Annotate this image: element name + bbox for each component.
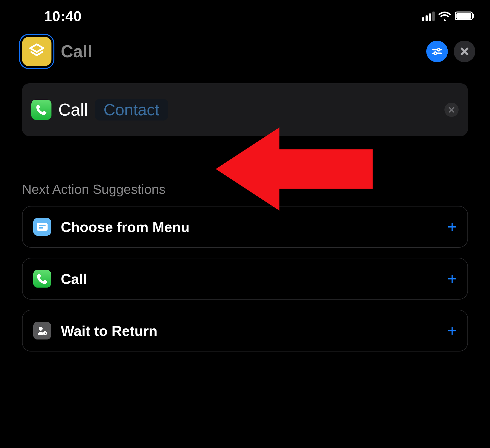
cellular-signal-icon	[422, 11, 435, 21]
settings-button[interactable]	[426, 41, 448, 62]
status-bar: 10:40	[0, 0, 490, 27]
suggestions-heading: Next Action Suggestions	[22, 182, 468, 197]
next-action-suggestions: Next Action Suggestions Choose from Menu…	[0, 136, 490, 351]
shortcuts-glyph-icon	[28, 43, 46, 60]
close-button[interactable]	[454, 41, 475, 62]
x-small-icon	[448, 106, 455, 113]
svg-point-3	[434, 52, 437, 54]
battery-icon	[455, 12, 473, 20]
close-icon	[459, 46, 470, 57]
add-suggestion-button[interactable]: +	[448, 218, 457, 236]
screen: 10:40 Call	[0, 0, 490, 448]
wifi-icon	[439, 11, 451, 21]
suggestion-choose-from-menu[interactable]: Choose from Menu +	[22, 206, 468, 248]
suggestion-label: Call	[61, 271, 87, 287]
contact-parameter-token[interactable]: Contact	[95, 99, 168, 121]
status-indicators	[422, 11, 473, 21]
shortcut-app-icon[interactable]	[22, 37, 51, 66]
person-wait-icon	[33, 322, 51, 339]
remove-action-button[interactable]	[444, 103, 459, 117]
shortcut-title[interactable]: Call	[61, 42, 92, 61]
sliders-icon	[431, 46, 443, 57]
editor-header: Call	[0, 27, 490, 76]
actions-list: Call Contact	[0, 76, 490, 136]
svg-point-9	[39, 327, 43, 331]
svg-point-1	[438, 48, 440, 51]
add-suggestion-button[interactable]: +	[448, 270, 457, 288]
phone-app-icon	[31, 100, 51, 120]
menu-icon	[33, 218, 51, 236]
suggestion-label: Choose from Menu	[61, 219, 189, 235]
phone-icon	[35, 103, 48, 116]
status-time: 10:40	[44, 8, 82, 24]
phone-icon	[33, 270, 51, 288]
action-call[interactable]: Call Contact	[22, 83, 468, 136]
suggestion-call[interactable]: Call +	[22, 258, 468, 300]
action-label: Call	[58, 100, 88, 120]
add-suggestion-button[interactable]: +	[448, 322, 457, 340]
suggestion-label: Wait to Return	[61, 323, 157, 339]
suggestion-wait-to-return[interactable]: Wait to Return +	[22, 310, 468, 351]
